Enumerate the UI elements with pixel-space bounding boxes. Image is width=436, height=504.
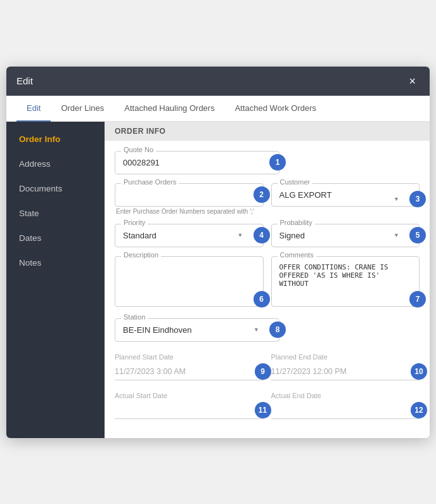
comments-label: Comments bbox=[278, 251, 316, 259]
priority-select[interactable]: Standard bbox=[115, 224, 264, 247]
station-badge: 8 bbox=[269, 321, 286, 338]
planned-end-label: Planned End Date bbox=[271, 353, 420, 361]
actual-start-label: Actual Start Date bbox=[115, 392, 264, 399]
purchase-orders-input[interactable] bbox=[115, 183, 264, 207]
planned-end-section: Planned End Date 10 bbox=[271, 351, 420, 380]
actual-end-input[interactable] bbox=[271, 402, 420, 419]
planned-dates-row: Planned Start Date 9 Planned End Date 10 bbox=[115, 351, 420, 380]
actual-start-badge: 11 bbox=[255, 402, 271, 418]
actual-end-section: Actual End Date 12 bbox=[271, 389, 420, 419]
comments-textarea[interactable]: OFFER CONDITIONS: CRANE IS OFFERED 'AS I… bbox=[271, 256, 420, 307]
planned-end-input[interactable] bbox=[271, 363, 420, 380]
actual-end-label: Actual End Date bbox=[271, 392, 420, 399]
customer-field: Customer ALG EXPORT 3 bbox=[271, 183, 420, 215]
purchase-customer-row: Purchase Orders 2 Enter Purchase Order N… bbox=[115, 183, 420, 215]
quote-no-label: Quote No bbox=[121, 146, 156, 153]
planned-start-section: Planned Start Date 9 bbox=[115, 351, 264, 380]
quote-no-input[interactable] bbox=[115, 151, 279, 174]
purchase-orders-field: Purchase Orders 2 bbox=[115, 183, 264, 207]
quote-no-badge: 1 bbox=[269, 154, 286, 171]
actual-start-input[interactable] bbox=[115, 402, 264, 419]
sidebar-item-notes[interactable]: Notes bbox=[6, 250, 105, 275]
description-field: Description 6 bbox=[115, 256, 264, 309]
station-select[interactable]: BE-EIN Eindhoven bbox=[115, 318, 279, 342]
modal-header: Edit × bbox=[6, 67, 430, 96]
section-header: ORDER INFO bbox=[105, 122, 430, 141]
desc-comments-row: Description 6 Comments OFFER CONDITIONS:… bbox=[115, 256, 420, 309]
tab-attached-work[interactable]: Attached Work Orders bbox=[225, 96, 326, 122]
comments-field: Comments OFFER CONDITIONS: CRANE IS OFFE… bbox=[271, 256, 420, 309]
sidebar-item-address[interactable]: Address bbox=[6, 152, 105, 176]
description-label: Description bbox=[121, 251, 161, 259]
purchase-orders-badge: 2 bbox=[253, 186, 270, 203]
close-button[interactable]: × bbox=[405, 74, 420, 88]
planned-start-label: Planned Start Date bbox=[115, 353, 264, 361]
priority-badge: 4 bbox=[253, 227, 270, 243]
priority-probability-row: Priority Standard 4 Probability Signed 5 bbox=[115, 224, 420, 247]
form-area: Quote No 1 Purchase Orders 2 Enter Purch… bbox=[105, 141, 430, 438]
station-field: Station BE-EIN Eindhoven 8 bbox=[115, 318, 279, 342]
planned-start-badge: 9 bbox=[255, 363, 271, 380]
description-badge: 6 bbox=[253, 291, 270, 307]
priority-field: Priority Standard 4 bbox=[115, 224, 264, 247]
probability-field: Probability Signed 5 bbox=[271, 224, 420, 247]
customer-label: Customer bbox=[278, 178, 313, 186]
station-label: Station bbox=[121, 313, 148, 321]
modal-body: Order Info Address Documents State Dates… bbox=[6, 122, 430, 438]
actual-start-section: Actual Start Date 11 bbox=[115, 389, 264, 419]
purchase-orders-helper: Enter Purchase Order Numbers separated w… bbox=[115, 208, 264, 215]
tab-order-lines[interactable]: Order Lines bbox=[51, 96, 114, 122]
customer-badge: 3 bbox=[409, 191, 426, 207]
customer-select[interactable]: ALG EXPORT bbox=[271, 183, 420, 207]
actual-end-badge: 12 bbox=[411, 402, 427, 418]
planned-end-badge: 10 bbox=[411, 363, 427, 380]
sidebar-item-documents[interactable]: Documents bbox=[6, 176, 105, 201]
probability-badge: 5 bbox=[409, 227, 426, 243]
probability-select[interactable]: Signed bbox=[271, 224, 420, 247]
sidebar-item-dates[interactable]: Dates bbox=[6, 226, 105, 250]
purchase-orders-label: Purchase Orders bbox=[121, 178, 179, 186]
tabs-bar: Edit Order Lines Attached Hauling Orders… bbox=[6, 96, 430, 122]
comments-badge: 7 bbox=[409, 291, 426, 307]
tab-attached-hauling[interactable]: Attached Hauling Orders bbox=[114, 96, 224, 122]
modal-title: Edit bbox=[16, 75, 33, 86]
edit-modal: Edit × Edit Order Lines Attached Hauling… bbox=[6, 67, 430, 438]
planned-start-input[interactable] bbox=[115, 363, 264, 380]
quote-no-field: Quote No 1 bbox=[115, 151, 279, 174]
priority-label: Priority bbox=[121, 219, 148, 226]
probability-label: Probability bbox=[278, 219, 315, 226]
actual-dates-row: Actual Start Date 11 Actual End Date 12 bbox=[115, 389, 420, 419]
description-textarea[interactable] bbox=[115, 256, 264, 307]
sidebar-item-order-info[interactable]: Order Info bbox=[6, 127, 105, 152]
tab-edit[interactable]: Edit bbox=[16, 96, 51, 122]
content-area: ORDER INFO Quote No 1 Purchase Orders bbox=[105, 122, 430, 438]
station-row: Station BE-EIN Eindhoven 8 bbox=[115, 318, 420, 342]
quote-no-row: Quote No 1 bbox=[115, 151, 420, 174]
sidebar: Order Info Address Documents State Dates… bbox=[6, 122, 105, 438]
sidebar-item-state[interactable]: State bbox=[6, 201, 105, 226]
